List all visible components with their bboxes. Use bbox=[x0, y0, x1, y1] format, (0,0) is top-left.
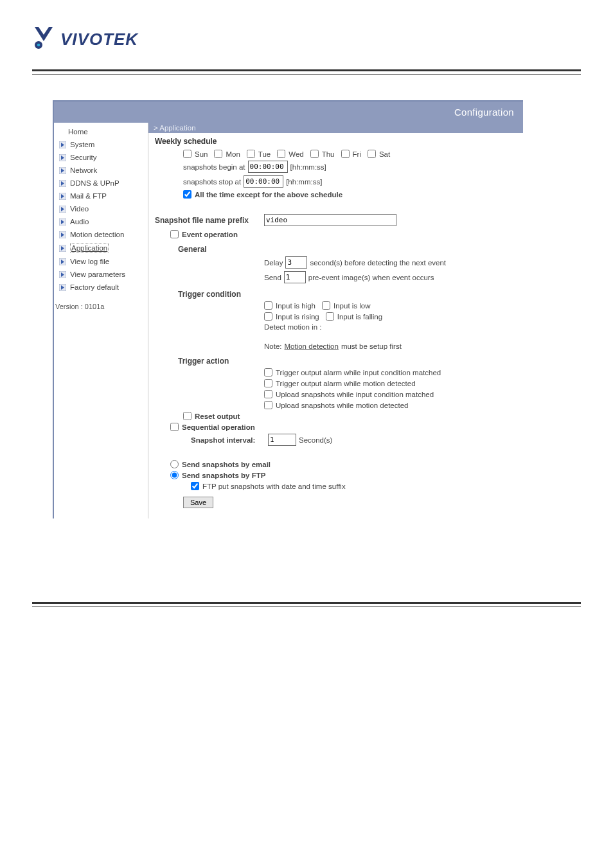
sidebar-item-view-log-file[interactable]: View log file bbox=[54, 255, 148, 268]
weekday-fri-checkbox[interactable] bbox=[341, 150, 350, 158]
snapshot-interval-label: Snapshot interval: bbox=[191, 436, 265, 444]
input-low-checkbox[interactable] bbox=[322, 301, 330, 310]
input-high-checkbox[interactable] bbox=[264, 301, 272, 310]
snapshots-stop-input[interactable] bbox=[244, 175, 283, 188]
sidebar-item-label: Mail & FTP bbox=[70, 192, 107, 200]
sidebar-item-network[interactable]: Network bbox=[54, 164, 148, 177]
arrow-right-icon bbox=[59, 231, 66, 238]
arrow-right-icon bbox=[59, 193, 66, 200]
sidebar-item-audio[interactable]: Audio bbox=[54, 215, 148, 228]
weekday-sun-label: Sun bbox=[195, 150, 208, 158]
trigger-action-1-label: Trigger output alarm while motion detect… bbox=[276, 380, 416, 387]
save-button[interactable]: Save bbox=[183, 497, 213, 508]
ftp-datetime-suffix-checkbox[interactable] bbox=[191, 482, 199, 490]
weekday-tue-checkbox[interactable] bbox=[247, 150, 255, 158]
sidebar-item-video[interactable]: Video bbox=[54, 202, 148, 215]
sequential-operation-label: Sequential operation bbox=[182, 423, 255, 431]
weekday-sun-checkbox[interactable] bbox=[183, 150, 191, 158]
time-hint-begin: [hh:mm:ss] bbox=[290, 163, 326, 171]
snapshot-prefix-input[interactable] bbox=[264, 214, 396, 226]
trigger-action-3-checkbox[interactable] bbox=[264, 401, 272, 409]
sidebar-item-security[interactable]: Security bbox=[54, 151, 148, 164]
arrow-right-icon bbox=[59, 258, 66, 265]
weekday-mon-checkbox[interactable] bbox=[214, 150, 222, 158]
send-ftp-radio[interactable] bbox=[170, 471, 179, 479]
input-falling-checkbox[interactable] bbox=[326, 312, 334, 321]
send-pre: Send bbox=[264, 274, 281, 281]
send-email-label: Send snapshots by email bbox=[182, 461, 271, 468]
reset-output-label: Reset output bbox=[195, 412, 240, 420]
sidebar-item-home[interactable]: Home bbox=[54, 125, 148, 138]
trigger-action-3-label: Upload snapshots while motion detected bbox=[276, 402, 409, 409]
send-post: pre-event image(s) when event occurs bbox=[308, 274, 434, 281]
weekday-wed-label: Wed bbox=[289, 150, 303, 158]
weekday-sat-checkbox[interactable] bbox=[368, 150, 376, 158]
delay-pre: Delay bbox=[264, 259, 283, 267]
brand-logo: VIVOTEK bbox=[32, 26, 581, 50]
trigger-action-0-label: Trigger output alarm while input conditi… bbox=[276, 369, 441, 376]
sidebar-item-label: Home bbox=[68, 128, 88, 136]
all-time-except-checkbox[interactable] bbox=[183, 190, 191, 199]
snapshot-interval-input[interactable] bbox=[268, 434, 296, 446]
weekday-mon-label: Mon bbox=[226, 150, 240, 158]
arrow-right-icon bbox=[59, 167, 66, 174]
weekday-thu-checkbox[interactable] bbox=[310, 150, 319, 158]
snapshots-stop-label: snapshots stop at bbox=[183, 178, 241, 186]
sidebar-item-label: View parameters bbox=[70, 270, 125, 278]
snapshots-begin-label: snapshots begin at bbox=[183, 163, 245, 171]
sidebar-item-factory-default[interactable]: Factory default bbox=[54, 281, 148, 294]
arrow-right-icon bbox=[59, 154, 66, 161]
vivotek-mark-icon bbox=[32, 26, 55, 50]
trigger-action-2-checkbox[interactable] bbox=[264, 390, 272, 398]
delay-input[interactable] bbox=[285, 256, 307, 269]
ftp-datetime-suffix-label: FTP put snapshots with date and time suf… bbox=[202, 483, 346, 490]
version-label: Version : 0101a bbox=[54, 294, 148, 310]
motion-detection-link[interactable]: Motion detection bbox=[285, 342, 339, 350]
sidebar-item-label: Network bbox=[70, 166, 97, 174]
trigger-action-heading: Trigger action bbox=[178, 357, 517, 366]
sidebar-item-system[interactable]: System bbox=[54, 138, 148, 151]
sidebar-item-label: System bbox=[70, 141, 94, 148]
snapshots-begin-input[interactable] bbox=[248, 161, 288, 173]
trigger-action-1-checkbox[interactable] bbox=[264, 379, 272, 387]
weekdays-row: SunMonTueWedThuFriSat bbox=[183, 150, 517, 158]
weekday-tue-label: Tue bbox=[258, 150, 271, 158]
arrow-right-icon bbox=[59, 206, 66, 213]
note-suffix: must be setup first bbox=[341, 342, 402, 350]
weekday-thu-label: Thu bbox=[322, 150, 335, 158]
send-email-radio[interactable] bbox=[170, 460, 179, 468]
sidebar-item-label: Application bbox=[70, 244, 109, 252]
svg-point-1 bbox=[37, 44, 40, 47]
window-title: Configuration bbox=[54, 102, 523, 123]
sidebar-item-mail-ftp[interactable]: Mail & FTP bbox=[54, 190, 148, 202]
content-pane: > Application Weekly schedule SunMonTueW… bbox=[148, 123, 523, 518]
sidebar-item-label: View log file bbox=[70, 258, 109, 265]
arrow-right-icon bbox=[59, 245, 66, 252]
sidebar-item-label: Motion detection bbox=[70, 231, 124, 238]
input-high-label: Input is high bbox=[276, 302, 315, 310]
input-rising-label: Input is rising bbox=[276, 313, 319, 321]
top-divider bbox=[32, 69, 581, 75]
note-prefix: Note: bbox=[264, 342, 282, 350]
general-heading: General bbox=[178, 245, 517, 254]
all-time-except-label: All the time except for the above schedu… bbox=[195, 191, 342, 199]
sidebar-item-application[interactable]: Application bbox=[54, 241, 148, 255]
config-window: Configuration HomeSystemSecurityNetworkD… bbox=[53, 100, 523, 518]
weekday-wed-checkbox[interactable] bbox=[277, 150, 285, 158]
trigger-action-0-checkbox[interactable] bbox=[264, 368, 272, 376]
send-input[interactable] bbox=[284, 271, 306, 283]
event-operation-checkbox[interactable] bbox=[170, 230, 179, 238]
weekly-schedule-heading: Weekly schedule bbox=[155, 137, 517, 146]
sidebar: HomeSystemSecurityNetworkDDNS & UPnPMail… bbox=[54, 123, 148, 518]
input-low-label: Input is low bbox=[333, 302, 371, 310]
reset-output-checkbox[interactable] bbox=[183, 412, 191, 420]
sidebar-item-ddns-upnp[interactable]: DDNS & UPnP bbox=[54, 177, 148, 190]
input-rising-checkbox[interactable] bbox=[264, 312, 272, 321]
sidebar-item-motion-detection[interactable]: Motion detection bbox=[54, 228, 148, 241]
delay-post: second(s) before detecting the next even… bbox=[310, 259, 446, 267]
arrow-right-icon bbox=[59, 284, 66, 291]
arrow-right-icon bbox=[59, 141, 66, 148]
sequential-operation-checkbox[interactable] bbox=[170, 423, 179, 431]
sidebar-item-view-parameters[interactable]: View parameters bbox=[54, 268, 148, 281]
time-hint-stop: [hh:mm:ss] bbox=[286, 178, 322, 186]
